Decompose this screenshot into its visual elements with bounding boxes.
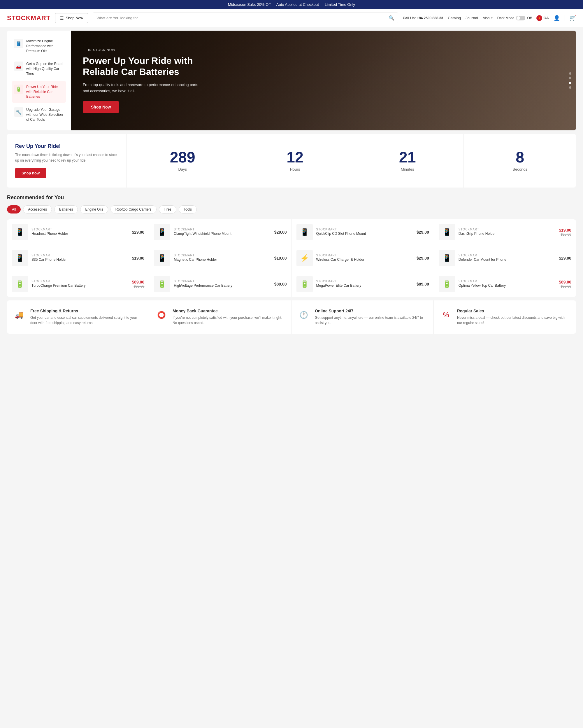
- product-info: STOCKMART S35 Car Phone Holder: [31, 254, 128, 263]
- product-price: $29.00: [417, 230, 429, 234]
- benefit-item-1: ⭕ Money Back Guarantee If you're not com…: [149, 301, 292, 334]
- header: STOCKMART ☰ Shop Now 🔍 Call Us: +84 2500…: [0, 9, 583, 27]
- price-current: $29.00: [274, 230, 287, 234]
- product-price: $19.00 $25.00: [559, 228, 571, 237]
- product-image: 📱: [439, 224, 455, 240]
- product-price: $89.00 $99.00: [132, 280, 144, 288]
- product-info: STOCKMART Headrest Phone Holder: [31, 228, 128, 237]
- phone-number: +84 2500 888 33: [417, 16, 443, 20]
- product-info: STOCKMART MegaPower Elite Car Battery: [316, 280, 413, 289]
- flag-icon: 🍁: [536, 15, 542, 21]
- catalog-link[interactable]: Catalog: [448, 16, 461, 20]
- logo[interactable]: STOCKMART: [7, 14, 50, 22]
- product-info: STOCKMART TurboCharge Premium Car Batter…: [31, 280, 128, 289]
- product-brand: STOCKMART: [459, 254, 555, 257]
- sidebar-item-2[interactable]: 🔋 Power Up Your Ride with Reliable Car B…: [12, 81, 66, 103]
- product-name: QuickClip CD Slot Phone Mount: [316, 232, 413, 236]
- product-card[interactable]: ⚡ STOCKMART Wireless Car Charger & Holde…: [292, 245, 434, 271]
- search-icon[interactable]: 🔍: [389, 15, 394, 21]
- product-info: STOCKMART DashGrip Phone Holder: [459, 228, 555, 237]
- filter-tab-batteries[interactable]: Batteries: [54, 205, 78, 213]
- product-brand: STOCKMART: [174, 228, 271, 231]
- filter-tab-tires[interactable]: Tires: [159, 205, 176, 213]
- product-brand: STOCKMART: [174, 254, 271, 257]
- product-card[interactable]: 📱 STOCKMART ClampTight Windshield Phone …: [149, 219, 291, 245]
- nav-links: Catalog Journal About: [448, 16, 492, 20]
- price-current: $19.00: [274, 256, 287, 260]
- product-card[interactable]: 📱 STOCKMART DashGrip Phone Holder $19.00…: [434, 219, 576, 245]
- product-brand: STOCKMART: [31, 254, 128, 257]
- product-price: $89.00: [274, 282, 287, 286]
- banner-text: Midseason Sale: 20% Off — Auto Applied a…: [228, 2, 355, 7]
- filter-tab-all[interactable]: All: [7, 205, 21, 213]
- countdown-cta-button[interactable]: Shop now: [15, 168, 46, 178]
- product-info: STOCKMART Optima Yellow Top Car Battery: [459, 280, 555, 289]
- product-name: Wireless Car Charger & Holder: [316, 258, 413, 262]
- dark-mode-off: Off: [527, 16, 532, 20]
- days-value: 289: [170, 150, 195, 165]
- sidebar-item-3[interactable]: 🔧 Upgrade Your Garage with our Wide Sele…: [12, 104, 66, 125]
- product-card[interactable]: 📱 STOCKMART Defender Car Mount for Phone…: [434, 245, 576, 271]
- product-card[interactable]: 📱 STOCKMART Magnetic Car Phone Holder $1…: [149, 245, 291, 271]
- product-name: Defender Car Mount for Phone: [459, 258, 555, 262]
- product-price: $29.00: [132, 230, 144, 234]
- cart-icon[interactable]: 🛒: [570, 15, 576, 21]
- call-us: Call Us: +84 2500 888 33: [403, 16, 443, 20]
- product-card[interactable]: 🔋 STOCKMART Optima Yellow Top Car Batter…: [434, 271, 576, 297]
- filter-tab-rooftop-cargo-carriers[interactable]: Rooftop Cargo Carriers: [110, 205, 157, 213]
- shop-now-button[interactable]: ☰ Shop Now: [55, 13, 88, 23]
- minutes-label: Minutes: [401, 167, 414, 172]
- benefit-item-2: 🕐 Online Support 24/7 Get support anytim…: [292, 301, 434, 334]
- product-image: 🔋: [297, 276, 313, 292]
- product-info: STOCKMART Magnetic Car Phone Holder: [174, 254, 271, 263]
- country-selector[interactable]: 🍁 CA: [536, 15, 549, 21]
- dot-1[interactable]: [569, 72, 571, 75]
- product-card[interactable]: 📱 STOCKMART QuickClip CD Slot Phone Moun…: [292, 219, 434, 245]
- dark-mode-label: Dark Mode: [497, 16, 515, 20]
- dark-mode-toggle[interactable]: Dark Mode Off: [497, 16, 532, 20]
- hero-description: From top-quality tools and hardware to p…: [83, 82, 199, 94]
- dot-2[interactable]: [569, 77, 571, 79]
- benefit-title-3: Regular Sales: [457, 309, 570, 313]
- journal-link[interactable]: Journal: [466, 16, 478, 20]
- product-name: TurboCharge Premium Car Battery: [31, 284, 128, 288]
- product-info: STOCKMART HighVoltage Performance Car Ba…: [174, 280, 271, 289]
- price-original: $25.00: [560, 232, 571, 237]
- price-current: $29.00: [417, 256, 429, 260]
- sidebar-text-0: Maximize Engine Performance with Premium…: [26, 39, 64, 53]
- product-card[interactable]: 🔋 STOCKMART TurboCharge Premium Car Batt…: [7, 271, 149, 297]
- product-card[interactable]: 🔋 STOCKMART HighVoltage Performance Car …: [149, 271, 291, 297]
- countdown-hours: 12 Hours: [239, 134, 351, 187]
- benefit-item-3: % Regular Sales Never miss a deal — chec…: [434, 301, 576, 334]
- product-card[interactable]: 📱 STOCKMART S35 Car Phone Holder $19.00: [7, 245, 149, 271]
- about-link[interactable]: About: [483, 16, 493, 20]
- filter-tab-accessories[interactable]: Accessories: [23, 205, 52, 213]
- product-name: ClampTight Windshield Phone Mount: [174, 232, 271, 236]
- search-input[interactable]: [96, 16, 386, 20]
- product-info: STOCKMART ClampTight Windshield Phone Mo…: [174, 228, 271, 237]
- filter-tab-tools[interactable]: Tools: [179, 205, 197, 213]
- product-card[interactable]: 📱 STOCKMART Headrest Phone Holder $29.00: [7, 219, 149, 245]
- price-original: $99.00: [134, 284, 145, 288]
- product-image: 🔋: [439, 276, 455, 292]
- dot-3[interactable]: [569, 82, 571, 84]
- hero-content: IN STOCK NOW Power Up Your Ride with Rel…: [71, 36, 211, 125]
- filter-tab-engine-oils[interactable]: Engine Oils: [80, 205, 108, 213]
- sidebar-item-1[interactable]: 🚗 Get a Grip on the Road with High-Quali…: [12, 58, 66, 80]
- hero-main: IN STOCK NOW Power Up Your Ride with Rel…: [71, 31, 576, 130]
- hero-cta-button[interactable]: Shop Now: [83, 101, 119, 113]
- hero-silhouette: [273, 31, 576, 130]
- price-current: $89.00: [274, 282, 287, 286]
- seconds-label: Seconds: [512, 167, 527, 172]
- toggle-switch[interactable]: [516, 16, 525, 20]
- benefit-icon-0: 🚚: [13, 309, 26, 321]
- benefit-desc-3: Never miss a deal — check out our latest…: [457, 315, 570, 326]
- user-icon[interactable]: 👤: [554, 15, 560, 21]
- sidebar-icon-1: 🚗: [14, 61, 23, 71]
- dot-4[interactable]: [569, 86, 571, 89]
- menu-icon: ☰: [60, 16, 64, 20]
- sidebar-item-0[interactable]: 🛢️ Maximize Engine Performance with Prem…: [12, 35, 66, 57]
- benefit-desc-1: If you're not completely satisfied with …: [172, 315, 285, 326]
- sidebar-text-3: Upgrade Your Garage with our Wide Select…: [26, 107, 64, 122]
- product-card[interactable]: 🔋 STOCKMART MegaPower Elite Car Battery …: [292, 271, 434, 297]
